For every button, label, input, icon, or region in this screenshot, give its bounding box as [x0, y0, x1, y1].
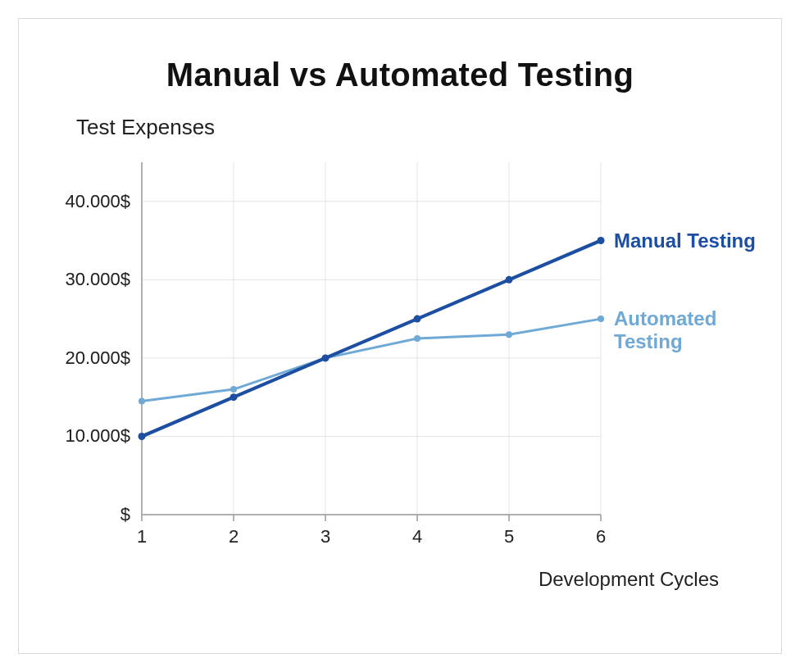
series-point-manual	[139, 433, 146, 440]
series-line-auto	[142, 319, 601, 401]
series-manual	[139, 237, 605, 440]
x-tick-label: 1	[137, 526, 147, 547]
x-ticks: 123456	[137, 515, 606, 547]
series-point-manual	[322, 354, 330, 361]
legend-automated-label: Automated Testing	[614, 307, 781, 353]
y-axis-title: Test Expenses	[76, 115, 215, 140]
y-tick-label: 40.000$	[65, 191, 130, 211]
series-point-manual	[506, 276, 513, 284]
x-tick-label: 6	[596, 526, 606, 547]
series-point-manual	[598, 237, 605, 244]
series-point-auto	[506, 331, 512, 338]
series-point-auto	[230, 386, 237, 393]
plot-area: $10.000$20.000$30.000$40.000$ 123456	[142, 162, 601, 515]
y-tick-label: 10.000$	[65, 425, 130, 446]
x-tick-label: 4	[412, 526, 422, 547]
series-point-auto	[414, 335, 420, 342]
series-point-manual	[230, 393, 238, 401]
x-tick-label: 5	[504, 526, 514, 547]
y-ticks: $10.000$20.000$30.000$40.000$	[65, 191, 130, 524]
series-point-auto	[139, 397, 145, 404]
plot-svg: $10.000$20.000$30.000$40.000$ 123456	[142, 162, 601, 515]
chart-card: Manual vs Automated Testing Test Expense…	[18, 18, 782, 654]
x-tick-label: 2	[229, 526, 239, 547]
series-point-manual	[414, 316, 421, 323]
y-tick-label: 30.000$	[65, 269, 130, 289]
y-tick-label: $	[120, 504, 130, 524]
chart-title: Manual vs Automated Testing	[19, 57, 781, 93]
series-automated	[139, 316, 604, 404]
series-point-auto	[598, 316, 604, 322]
x-tick-label: 3	[320, 526, 330, 547]
legend-manual-label: Manual Testing	[614, 229, 756, 252]
chart-canvas: Manual vs Automated Testing Test Expense…	[0, 0, 800, 672]
y-tick-label: 20.000$	[65, 347, 130, 368]
series-line-manual	[142, 241, 601, 437]
x-axis-title: Development Cycles	[539, 568, 719, 591]
